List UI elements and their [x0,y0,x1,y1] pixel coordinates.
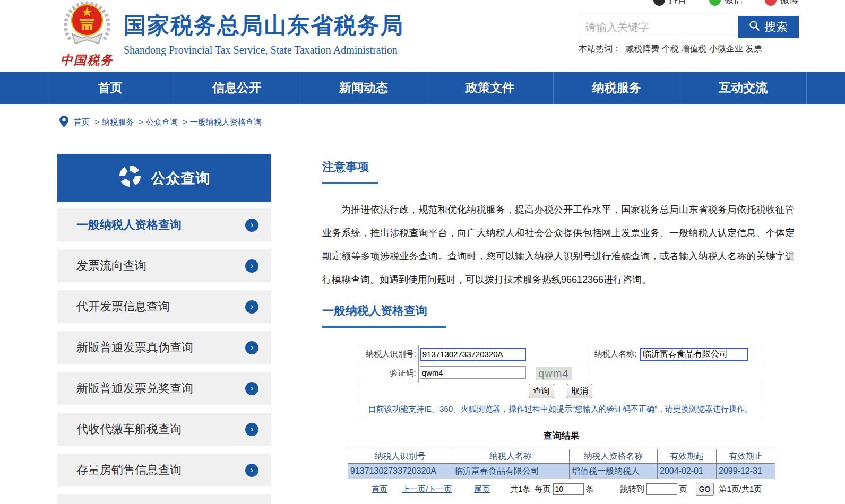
sidebar-item[interactable]: 发票流向查询 [57,249,271,282]
form-empty-cell [587,363,764,383]
notice-title: 注意事项 [322,159,795,175]
taxpayer-name-input[interactable] [640,348,748,361]
search-button-label: 搜索 [764,19,788,35]
chevron-right-icon [245,300,258,314]
breadcrumb-separator: > [139,117,143,126]
sidebar-item[interactable]: 一般纳税人资格查询 [57,208,271,241]
per-page-input[interactable] [553,483,584,495]
nav-item[interactable]: 政策文件 [427,72,554,104]
results-column-header: 纳税人识别号 [348,449,452,464]
search-bar: 搜索 [579,16,799,38]
sidebar-header: 公众查询 [57,154,271,202]
results-header-row: 纳税人识别号 纳税人名称 纳税人资格名称 有效期起 有效期止 [348,449,775,464]
pagination-first-link[interactable]: 首页 [372,484,387,494]
sidebar-item[interactable]: 新版普通发票真伪查询 [57,331,271,364]
sidebar-item[interactable]: 代收代缴车船税查询 [57,413,271,446]
site-header: 中国税务 国家税务总局山东省税务局 Shandong Provincial Ta… [0,0,845,72]
breadcrumb-item: 首页 > [74,117,102,127]
sidebar-item-label: 代开发票信息查询 [76,299,170,315]
form-row-captcha: 验证码: qwm4 [357,363,764,383]
chevron-right-icon [245,219,258,232]
pagination: 首页 上一页/下一页 尾页 共1条 每页 条 跳转到 页 GO 第1页/共1页 [348,483,775,496]
social-circle-icon [653,0,665,6]
breadcrumb: 首页 > 纳税服务 > 公众查询 > 一般纳税人资格查询 > [59,116,262,129]
social-link[interactable]: 微信 [709,0,743,6]
chevron-right-icon [245,423,258,436]
search-input[interactable] [579,16,738,38]
sidebar-item[interactable]: 代开发票信息查询 [57,290,271,323]
nav-item[interactable]: 新闻动态 [300,72,427,104]
site-title: 国家税务总局山东省税务局 [124,11,404,40]
site-subtitle: Shandong Provincial Tax Service, State T… [124,44,404,56]
taxpayer-id-label: 纳税人识别号: [357,345,419,363]
query-button[interactable]: 查询 [529,384,554,398]
breadcrumb-item: 纳税服务 > [102,117,146,127]
sidebar-title: 公众查询 [151,169,211,188]
taxpayer-id-input[interactable] [420,348,526,361]
sidebar-item-partial[interactable] [57,494,271,504]
go-button[interactable]: GO [696,483,714,496]
main-nav: 首页 信息公开 新闻动态 政策文件 纳税服务 互动交流 [0,72,845,104]
results-title: 查询结果 [348,430,775,442]
social-circle-icon [765,0,777,6]
tax-emblem-icon [59,44,115,53]
nav-item[interactable]: 纳税服务 [553,72,680,104]
cancel-button[interactable]: 取消 [567,384,592,398]
search-icon [749,20,760,34]
breadcrumb-link[interactable]: 公众查询 [146,117,178,126]
notice-title-underline [322,182,378,184]
pagination-per-page-unit: 条 [586,484,594,494]
table-row: 91371302733720320A 临沂富春食品有限公司 增值税一般纳税人 2… [348,464,775,479]
breadcrumb-link[interactable]: 纳税服务 [102,117,134,126]
sidebar-item-label: 新版普通发票兑奖查询 [76,380,193,396]
hot-words-label: 本站热词： [579,44,621,53]
social-label: 抖音 [669,0,687,6]
captcha-input[interactable] [420,366,526,379]
captcha-image[interactable]: qwm4 [536,367,571,380]
query-section: 一般纳税人资格查询 纳税人识别号: 纳税人名称: 验证码: [322,303,795,496]
jump-page-input[interactable] [646,483,677,495]
cell-taxpayer-id: 91371302733720320A [348,464,452,479]
pagination-prev-next-link[interactable]: 上一页/下一页 [402,484,452,494]
taxpayer-name-label: 纳税人名称: [587,345,639,363]
cell-qualification: 增值税一般纳税人 [570,464,658,479]
pagination-per-page-label: 每页 [535,484,551,494]
nav-item[interactable]: 信息公开 [174,72,300,104]
sidebar-item[interactable]: 新版普通发票兑奖查询 [57,372,271,405]
breadcrumb-link[interactable]: 首页 [74,117,90,126]
page: 中国税务 国家税务总局山东省税务局 Shandong Provincial Ta… [0,0,845,504]
results-column-header: 纳税人资格名称 [570,449,658,464]
sidebar-item[interactable]: 存量房销售信息查询 [57,454,271,486]
logo-caption: 中国税务 [56,52,118,68]
nav-item[interactable]: 首页 [47,72,174,104]
breadcrumb-item: 公众查询 > [146,117,190,127]
captcha-label: 验证码: [357,363,419,383]
breadcrumb-link[interactable]: 一般纳税人资格查询 [190,117,262,126]
sidebar-list: 一般纳税人资格查询 发票流向查询 代开发票信息查询 新版普通发票真伪查询 [57,208,271,486]
chevron-right-icon [245,382,258,395]
chevron-right-icon [245,259,258,273]
browser-notice: 目前该功能支持IE、360、火狐浏览器，操作过程中如提示“您输入的验证码不正确”… [357,399,764,419]
results-body: 91371302733720320A 临沂富春食品有限公司 增值税一般纳税人 2… [348,464,775,479]
hot-words-list[interactable]: 减税降费 个税 增值税 小微企业 发票 [625,44,762,53]
search-button[interactable]: 搜索 [738,16,799,38]
site-logo: 中国税务 [56,0,118,68]
query-title-underline [322,326,446,328]
cell-taxpayer-name: 临沂富春食品有限公司 [452,464,570,479]
chevron-right-icon [245,341,258,354]
nav-item[interactable]: 互动交流 [680,72,807,104]
header-right: 抖音 微信 微博 [579,0,807,72]
hot-words: 本站热词： 减税降费 个税 增值税 小微企业 发票 [579,44,762,55]
breadcrumb-separator: > [183,117,187,126]
form-row-ids: 纳税人识别号: 纳税人名称: [357,345,764,363]
sidebar-item-label: 存量房销售信息查询 [76,462,182,478]
sidebar-item-label: 代收代缴车船税查询 [76,421,182,437]
social-link[interactable]: 抖音 [653,0,687,6]
pagination-page-info: 第1页/共1页 [719,484,762,494]
pagination-last-link[interactable]: 尾页 [474,484,490,494]
breadcrumb-separator: > [94,117,99,126]
pagination-jump-label: 跳转到 [620,484,644,494]
social-link[interactable]: 微博 [765,0,798,6]
notice-section: 注意事项 为推进依法行政，规范和优化纳税服务，提高办税公开工作水平，国家税务总局… [322,159,795,291]
form-row-buttons: 查询 取消 [357,383,764,399]
